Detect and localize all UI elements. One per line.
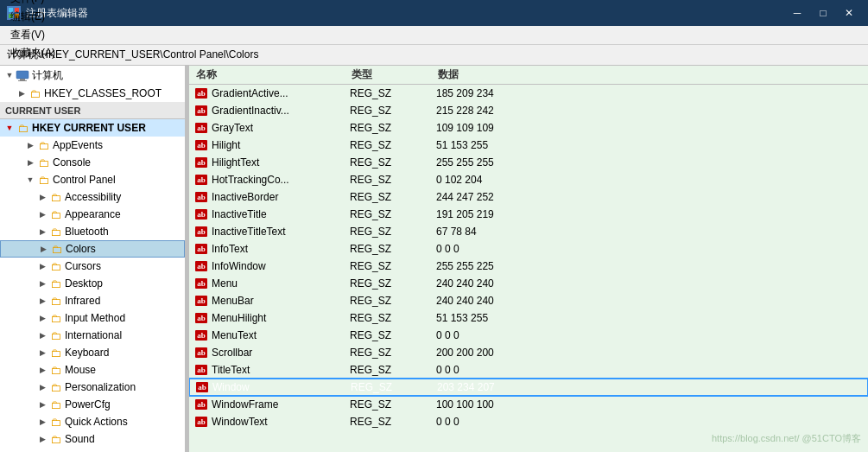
folder-icon: 🗀 [49,243,63,255]
entry-type-icon: ab [193,86,210,100]
maximize-button[interactable]: □ [811,4,835,22]
tree-label: Console [53,156,91,169]
col-header-type[interactable]: 类型 [348,67,434,82]
window-controls: ─ □ ✕ [785,4,861,22]
menu-item-edit[interactable]: 编辑(E) [3,8,62,26]
tree-item-mouse[interactable]: ▶🗀Mouse [0,361,185,379]
expand-icon: ▶ [36,364,48,376]
expand-icon: ▶ [36,433,48,445]
entry-row[interactable]: abGradientActive...REG_SZ185 209 234 [189,85,868,102]
entry-name: Scrollbar [212,347,350,359]
entry-row[interactable]: abInactiveTitleTextREG_SZ67 78 84 [189,223,868,240]
tree-item-bluetooth[interactable]: ▶🗀Bluetooth [0,223,185,240]
entry-row[interactable]: abInfoTextREG_SZ0 0 0 [189,240,868,258]
folder-icon: 🗀 [36,139,50,151]
entry-row[interactable]: abHotTrackingCo...REG_SZ0 102 204 [189,171,868,188]
folder-icon: 🗀 [48,416,62,428]
tree-item-accessibility[interactable]: ▶🗀Accessibility [0,188,185,206]
tree-hkey-current-user[interactable]: ▼ 🗀 HKEY CURRENT USER [0,119,185,137]
entry-type-icon: ab [193,346,210,360]
entry-reg-data: 191 205 219 [436,208,868,220]
tree-item-keyboard[interactable]: ▶🗀Keyboard [0,344,185,361]
entry-reg-data: 215 228 242 [436,105,868,117]
entry-name: InfoText [212,243,350,255]
tree-root-computer[interactable]: ▼ 计算机 [0,66,185,85]
tree-item-desktop[interactable]: ▶🗀Desktop [0,275,185,292]
entry-type-icon: ab [193,398,210,411]
expand-icon: ▶ [36,381,48,393]
title-bar: 注册表编辑器 ─ □ ✕ [0,0,868,26]
tree-item-infrared[interactable]: ▶🗀Infrared [0,292,185,309]
entry-row[interactable]: abWindowFrameREG_SZ100 100 100 [189,396,868,413]
entries-list[interactable]: abGradientActive...REG_SZ185 209 234abGr… [189,85,868,452]
entry-reg-data: 185 209 234 [436,87,868,99]
expand-icon: ▶ [36,347,48,359]
minimize-button[interactable]: ─ [785,4,809,22]
entry-type-icon: ab [193,225,210,239]
entry-row[interactable]: abMenuHilightREG_SZ51 153 255 [189,309,868,327]
entry-name: Window [212,381,351,393]
entry-reg-type: REG_SZ [350,364,436,376]
entry-reg-type: REG_SZ [350,312,436,324]
col-header-name[interactable]: 名称 [193,67,348,82]
menu-item-view[interactable]: 查看(V) [3,26,62,44]
entry-row[interactable]: abHilightREG_SZ51 153 255 [189,137,868,154]
entry-row[interactable]: abInactiveBorderREG_SZ244 247 252 [189,188,868,206]
folder-icon: 🗀 [36,174,50,186]
tree-item-cursors[interactable]: ▶🗀Cursors [0,258,185,275]
entry-row[interactable]: abWindowTextREG_SZ0 0 0 [189,413,868,430]
tree-item-sound[interactable]: ▶🗀Sound [0,430,185,448]
menu-bar: 文件(F)编辑(E)查看(V)收藏夹(A)帮助(H) [0,26,868,45]
tree-item-input-method[interactable]: ▶🗀Input Method [0,309,185,327]
entry-name: GrayText [212,122,350,134]
tree-item-appearance[interactable]: ▶🗀Appearance [0,206,185,223]
tree-item-appevents[interactable]: ▶🗀AppEvents [0,137,185,154]
tree-item-colors[interactable]: ▶🗀Colors [0,240,185,258]
entry-row[interactable]: abScrollbarREG_SZ200 200 200 [189,344,868,361]
menu-item-file[interactable]: 文件(F) [3,0,62,8]
folder-icon: 🗀 [48,398,62,411]
expand-icon: ▶ [36,329,48,341]
tree-item-quick-actions[interactable]: ▶🗀Quick Actions [0,413,185,430]
entry-row[interactable]: abInactiveTitleREG_SZ191 205 219 [189,206,868,223]
tree-label: Personalization [65,381,136,393]
entry-type-icon: ab [193,294,210,308]
entry-type-icon: ab [193,311,210,325]
entry-row[interactable]: abGrayTextREG_SZ109 109 109 [189,119,868,137]
entry-row[interactable]: abInfoWindowREG_SZ255 255 225 [189,258,868,275]
entry-reg-type: REG_SZ [350,347,436,359]
tree-hkey-classes-root[interactable]: ▶ 🗀 HKEY_CLASSES_ROOT [0,85,185,102]
address-bar: 计算机\HKEY_CURRENT_USER\Control Panel\Colo… [0,45,868,66]
entry-type-icon: ab [193,363,210,377]
tree-label: Sound [65,433,95,445]
entry-name: HilightText [212,156,350,169]
tree-label: Keyboard [65,347,109,359]
entry-row[interactable]: abWindowREG_SZ203 234 207 [189,379,868,396]
entry-row[interactable]: abMenuTextREG_SZ0 0 0 [189,327,868,344]
folder-icon: 🗀 [36,156,50,169]
entry-row[interactable]: abTitleTextREG_SZ0 0 0 [189,361,868,379]
tree-label: Accessibility [65,191,121,203]
folder-icon: 🗀 [48,260,62,272]
tree-item-environment[interactable]: ▶🗀Environment [0,448,185,452]
tree-item-international[interactable]: ▶🗀International [0,327,185,344]
close-button[interactable]: ✕ [837,4,861,22]
tree-label: International [65,329,122,341]
tree-panel[interactable]: ▼ 计算机 ▶ 🗀 HKEY_CLASSES_ROOT CURRENT USER… [0,66,186,452]
tree-item-console[interactable]: ▶🗀Console [0,154,185,171]
tree-label: Input Method [65,312,125,324]
entry-row[interactable]: abGradientInactiv...REG_SZ215 228 242 [189,102,868,119]
entry-reg-data: 0 0 0 [436,416,868,428]
entry-row[interactable]: abMenuBarREG_SZ240 240 240 [189,292,868,309]
entry-reg-data: 240 240 240 [436,277,868,290]
entry-type-icon: ab [193,173,210,187]
tree-item-powercfg[interactable]: ▶🗀PowerCfg [0,396,185,413]
col-header-data[interactable]: 数据 [434,67,868,82]
tree-item-personalization[interactable]: ▶🗀Personalization [0,379,185,396]
entry-name: TitleText [212,364,350,376]
entry-row[interactable]: abHilightTextREG_SZ255 255 255 [189,154,868,171]
entry-reg-type: REG_SZ [350,122,436,134]
entry-name: HotTrackingCo... [212,174,350,186]
tree-item-control-panel[interactable]: ▼🗀Control Panel [0,171,185,188]
entry-row[interactable]: abMenuREG_SZ240 240 240 [189,275,868,292]
